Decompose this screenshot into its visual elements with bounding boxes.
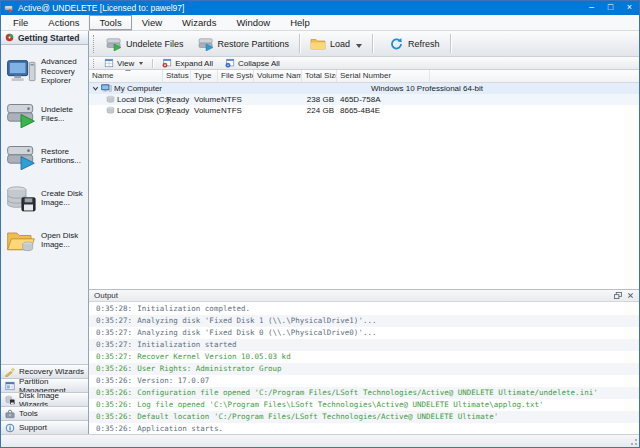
undelete-files-icon — [6, 101, 36, 128]
refresh-icon — [389, 37, 404, 51]
getting-started-icon — [5, 33, 14, 42]
menu-file[interactable]: File — [3, 15, 38, 30]
column-header-status[interactable]: Status — [163, 70, 191, 82]
column-header-total-size[interactable]: Total Size — [302, 70, 337, 82]
my-computer-icon — [101, 84, 112, 93]
sidebar-item-label: Restore Partitions... — [41, 147, 86, 166]
log-line: 0:35:28:Initialization completed. — [89, 303, 639, 315]
column-header-serial-number[interactable]: Serial Number — [337, 70, 430, 82]
load-button[interactable]: Load — [304, 35, 368, 53]
sidebar-panel-label: Support — [19, 423, 47, 432]
log-text: Initialization started — [137, 339, 236, 351]
expand-all-label: Expand All — [175, 59, 213, 68]
window-title: Active@ UNDELETE [Licensed to: pawel97] — [18, 3, 184, 13]
log-line: 0:35:26:User Rights: Administrator Group — [89, 363, 639, 375]
view-button[interactable]: View — [99, 58, 148, 68]
float-panel-icon[interactable] — [614, 292, 622, 299]
log-time: 0:35:27: — [96, 339, 132, 351]
toolbar-grip[interactable] — [93, 35, 94, 53]
view-icon — [104, 58, 114, 68]
menu-wizards[interactable]: Wizards — [172, 15, 226, 30]
restore-partitions-label: Restore Partitions — [218, 39, 290, 49]
sort-ascending-icon — [125, 70, 131, 71]
sidebar-panel-disk-image-wizards[interactable]: Disk Image Wizards — [1, 392, 88, 406]
column-header-volume-name[interactable]: Volume Name — [254, 70, 302, 82]
sidebar-header-getting-started[interactable]: Getting Started — [1, 31, 88, 45]
expand-all-icon — [162, 58, 172, 68]
toolbar-separator — [152, 59, 153, 68]
log-time: 0:35:26: — [96, 399, 132, 411]
devices-grid: Name Status Type File System Volume Name… — [89, 70, 639, 289]
log-line: 0:35:27:Analyzing disk 'Fixed Disk 1 (\\… — [89, 315, 639, 327]
log-text: Analyzing disk 'Fixed Disk 0 (\\.\Physic… — [137, 327, 376, 339]
view-dropdown-caret-icon — [139, 62, 143, 65]
log-text: Recover Kernel Version 10.05.03 kd — [137, 351, 291, 363]
expand-all-button[interactable]: Expand All — [157, 58, 218, 68]
view-toolbar-grip[interactable] — [93, 59, 94, 68]
support-icon — [5, 423, 15, 433]
log-line: 0:35:27:Recover Kernel Version 10.05.03 … — [89, 351, 639, 363]
restore-partitions-button[interactable]: Restore Partitions — [192, 35, 296, 53]
tree-row-local-disk-d[interactable]: Local Disk (D:) Ready Volume NTFS 224 GB… — [89, 105, 639, 116]
undelete-files-button[interactable]: Undelete Files — [100, 35, 190, 53]
tree-row-my-computer[interactable]: My Computer Windows 10 Professional 64-b… — [89, 83, 639, 94]
grid-empty-area — [89, 116, 639, 289]
undelete-files-label: Undelete Files — [126, 39, 184, 49]
log-time: 0:35:26: — [96, 375, 132, 387]
partition-icon — [5, 381, 15, 391]
log-time: 0:35:27: — [96, 315, 132, 327]
tree-expand-caret-icon[interactable] — [92, 85, 99, 92]
sidebar-item-create-disk-image[interactable]: Create Disk Image... — [6, 185, 86, 212]
sidebar-item-restore-partitions[interactable]: Restore Partitions... — [6, 143, 86, 170]
menu-help[interactable]: Help — [280, 15, 320, 30]
maximize-button[interactable]: □ — [601, 1, 620, 15]
column-header-name[interactable]: Name — [89, 70, 163, 82]
toolbar-separator — [372, 34, 373, 53]
menu-bar: File Actions Tools View Wizards Window H… — [1, 15, 639, 31]
sidebar-header-label: Getting Started — [18, 33, 79, 43]
resize-grip-icon[interactable] — [629, 437, 638, 446]
title-bar: Active@ UNDELETE [Licensed to: pawel97] … — [1, 1, 639, 15]
collapse-all-button[interactable]: Collapse All — [220, 58, 285, 68]
sidebar-item-advanced-recovery-explorer[interactable]: Advanced Recovery Explorer — [6, 57, 86, 86]
log-time: 0:35:26: — [96, 423, 132, 434]
sidebar-item-label: Advanced Recovery Explorer — [41, 57, 86, 86]
sidebar-panel-support[interactable]: Support — [1, 420, 88, 434]
log-time: 0:35:26: — [96, 363, 132, 375]
column-header-type[interactable]: Type — [191, 70, 218, 82]
log-time: 0:35:27: — [96, 351, 132, 363]
log-line: 0:35:26:Application starts. — [89, 423, 639, 434]
refresh-button[interactable]: Refresh — [383, 35, 446, 53]
node-label: Local Disk (D:) — [117, 106, 169, 115]
tree-row-local-disk-c[interactable]: Local Disk (C:) Ready Volume NTFS 238 GB… — [89, 94, 639, 105]
close-panel-icon[interactable] — [627, 292, 634, 299]
tools-icon — [5, 409, 15, 419]
view-toolbar: View Expand All Collapse All — [89, 57, 639, 70]
sidebar-panel-tools[interactable]: Tools — [1, 406, 88, 420]
menu-window[interactable]: Window — [226, 15, 280, 30]
sidebar-item-undelete-files[interactable]: Undelete Files... — [6, 101, 86, 128]
output-log[interactable]: 0:35:28:Initialization completed. 0:35:2… — [89, 302, 639, 434]
sidebar: Getting Started Advanced Recovery Explor… — [1, 31, 89, 434]
monitor-icon — [6, 58, 36, 85]
close-button[interactable]: × — [620, 1, 639, 15]
refresh-label: Refresh — [408, 39, 440, 49]
menu-view[interactable]: View — [132, 15, 172, 30]
main-area: Undelete Files Restore Partitions Load R… — [89, 31, 639, 434]
sidebar-item-open-disk-image[interactable]: Open Disk Image... — [6, 227, 86, 254]
log-line: 0:35:26:Version: 17.0.07 — [89, 375, 639, 387]
cell-status: Ready — [163, 95, 191, 104]
menu-actions[interactable]: Actions — [38, 15, 89, 30]
column-header-file-system[interactable]: File System — [218, 70, 254, 82]
cell-status: Ready — [163, 106, 191, 115]
collapse-all-icon — [225, 58, 235, 68]
log-text: Application starts. — [137, 423, 223, 434]
menu-tools[interactable]: Tools — [89, 15, 131, 30]
log-text: Log file opened 'C:\Program Files\LSoft … — [137, 399, 543, 411]
sidebar-spacer — [1, 254, 88, 365]
os-info-text: Windows 10 Professional 64-bit — [371, 83, 483, 94]
app-icon — [4, 3, 14, 13]
app-window: Active@ UNDELETE [Licensed to: pawel97] … — [0, 0, 640, 448]
minimize-button[interactable]: – — [582, 1, 601, 15]
cell-type: Volume — [191, 95, 218, 104]
